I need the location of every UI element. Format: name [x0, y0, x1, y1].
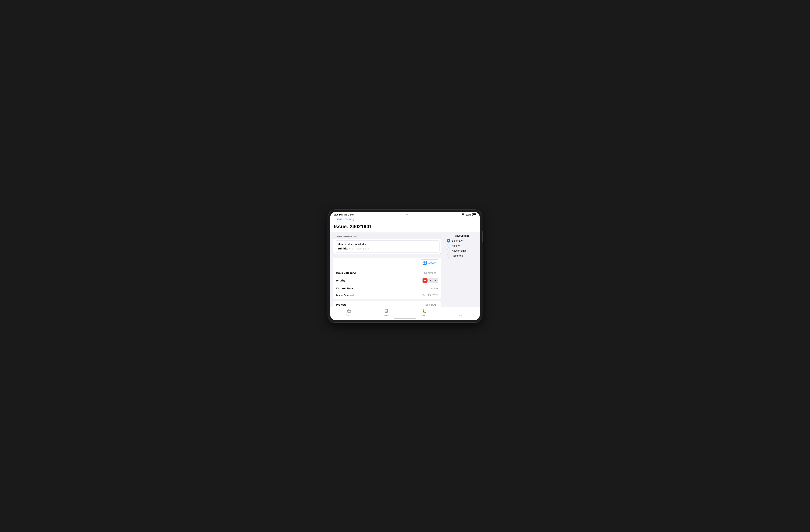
dot	[406, 214, 407, 215]
title-value: Add Issue Priority	[345, 243, 366, 246]
dot	[407, 214, 408, 215]
summary-card: Actions Issue Category: Comment	[333, 258, 441, 299]
tab-issues[interactable]: 🐛 Issues	[405, 309, 442, 316]
view-option-attachments[interactable]: Attachments	[447, 249, 477, 253]
svg-point-10	[461, 310, 462, 311]
issue-category-row[interactable]: Issue Category: Comment ⌃	[333, 270, 441, 276]
dot	[409, 214, 409, 215]
svg-rect-4	[425, 263, 426, 264]
journal-icon	[384, 309, 389, 314]
priority-high-button[interactable]: H	[422, 278, 427, 283]
main-content: ISSUE INFORMATION Title: Add Issue Prior…	[330, 231, 480, 307]
battery-icon	[472, 213, 476, 216]
title-label: Title:	[337, 243, 344, 246]
subtitle-label: Subtitle:	[337, 247, 348, 250]
detail-rows: Issue Category: Comment ⌃ Priority	[333, 269, 441, 299]
home-indicator	[330, 317, 480, 320]
priority-buttons: H N L	[422, 278, 438, 283]
screen: 3:06 PM Fri Mar 8 100%	[330, 212, 480, 320]
title-field-row: Title: Add Issue Priority	[337, 242, 437, 246]
radio-summary[interactable]	[447, 239, 450, 242]
view-options-sidebar: View Options Summary History Attachments	[444, 231, 480, 307]
projects-icon	[347, 309, 351, 314]
page-header: Issue: 24021901	[330, 222, 480, 231]
current-state-value: Active	[431, 287, 438, 290]
tab-journal-label: Journal	[383, 315, 389, 316]
priority-row: Priority: H N	[333, 276, 441, 285]
issue-opened-label: Issue Opened:	[336, 294, 354, 297]
back-button[interactable]: ‹ Issue Tracking	[334, 217, 476, 221]
issue-category-label: Issue Category:	[336, 271, 356, 274]
view-option-reporters-label: Reporters	[452, 254, 463, 257]
tab-more[interactable]: More	[442, 309, 480, 316]
view-option-summary[interactable]: Summary	[447, 239, 477, 242]
view-option-reporters[interactable]: Reporters	[447, 254, 477, 258]
left-content: ISSUE INFORMATION Title: Add Issue Prior…	[330, 231, 444, 307]
actions-label: Actions	[428, 262, 436, 264]
tab-projects[interactable]: Projects	[330, 309, 368, 316]
chevron-down-icon: ⌃	[436, 272, 438, 274]
view-option-history-label: History	[452, 244, 460, 247]
actions-button[interactable]: Actions	[420, 259, 439, 267]
project-value: Stinkbug ⌃	[425, 303, 438, 306]
issue-info-header: ISSUE INFORMATION	[333, 234, 441, 239]
tab-issues-label: Issues	[421, 315, 426, 316]
svg-rect-2	[425, 261, 426, 263]
nav-bar: ‹ Issue Tracking	[330, 217, 480, 222]
actions-bar: Actions	[333, 258, 441, 269]
issue-info-card: ISSUE INFORMATION Title: Add Issue Prior…	[333, 234, 441, 254]
svg-point-0	[463, 215, 464, 216]
priority-low-button[interactable]: L	[433, 278, 438, 283]
project-label: Project:	[336, 303, 346, 306]
svg-point-9	[461, 310, 461, 311]
issue-opened-value: Feb 19, 2024	[422, 294, 438, 297]
project-section: Project: Stinkbug ⌃	[333, 301, 441, 307]
project-row[interactable]: Project: Stinkbug ⌃	[333, 301, 441, 307]
tab-journal[interactable]: Journal	[368, 309, 405, 316]
content-with-sidebar: ISSUE INFORMATION Title: Add Issue Prior…	[330, 231, 480, 307]
svg-rect-1	[423, 261, 425, 263]
chevron-left-icon: ‹	[334, 217, 335, 221]
issue-info-body: Title: Add Issue Priority Subtitle: shor…	[335, 240, 439, 253]
tab-bar: Projects Journal 🐛 Iss	[330, 307, 480, 317]
more-icon	[459, 309, 463, 314]
tab-more-label: More	[459, 315, 463, 316]
tab-projects-label: Projects	[346, 315, 352, 316]
home-bar	[394, 318, 416, 319]
dots-menu	[406, 214, 409, 215]
summary-section: Actions Issue Category: Comment	[330, 256, 444, 307]
device-frame: 3:06 PM Fri Mar 8 100%	[328, 210, 482, 322]
subtitle-placeholder[interactable]: short description	[349, 247, 369, 250]
radio-reporters[interactable]	[447, 254, 450, 258]
status-icons: 100%	[461, 213, 476, 216]
current-state-label: Current State:	[336, 287, 354, 290]
svg-point-8	[460, 310, 460, 311]
svg-text:🐛: 🐛	[422, 309, 426, 313]
page-title: Issue: 24021901	[334, 224, 476, 229]
project-chevron-icon: ⌃	[436, 303, 438, 306]
issue-opened-row: Issue Opened: Feb 19, 2024	[333, 292, 441, 299]
radio-history[interactable]	[447, 244, 450, 247]
svg-rect-5	[347, 310, 351, 312]
current-state-row[interactable]: Current State: Active	[333, 285, 441, 292]
view-options-label: View Options	[447, 235, 477, 237]
priority-label: Priority:	[336, 279, 346, 282]
battery-percent: 100%	[466, 213, 471, 216]
svg-rect-3	[423, 263, 425, 264]
issue-category-value: Comment ⌃	[424, 271, 438, 274]
actions-icon	[423, 261, 427, 265]
back-label: Issue Tracking	[336, 217, 354, 221]
priority-normal-button[interactable]: N	[428, 278, 433, 283]
view-option-summary-label: Summary	[452, 239, 463, 242]
status-time: 3:06 PM Fri Mar 8	[334, 213, 354, 216]
view-option-history[interactable]: History	[447, 244, 477, 247]
status-bar: 3:06 PM Fri Mar 8 100%	[330, 212, 480, 217]
issues-icon: 🐛	[422, 309, 426, 314]
subtitle-field-row: Subtitle: short description	[337, 246, 437, 251]
view-option-attachments-label: Attachments	[452, 249, 466, 252]
wifi-icon	[461, 213, 465, 216]
radio-attachments[interactable]	[447, 249, 450, 253]
